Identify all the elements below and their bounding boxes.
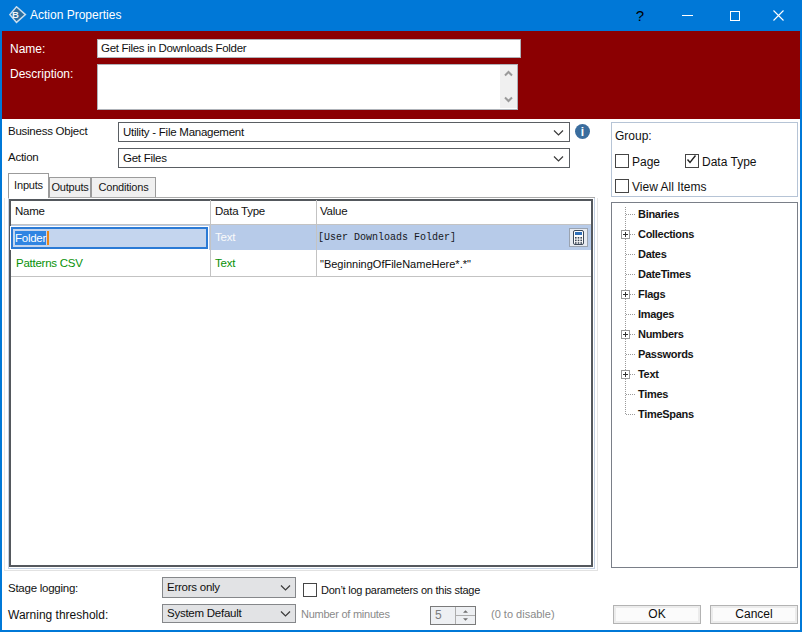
svg-text:B: B (12, 9, 19, 20)
